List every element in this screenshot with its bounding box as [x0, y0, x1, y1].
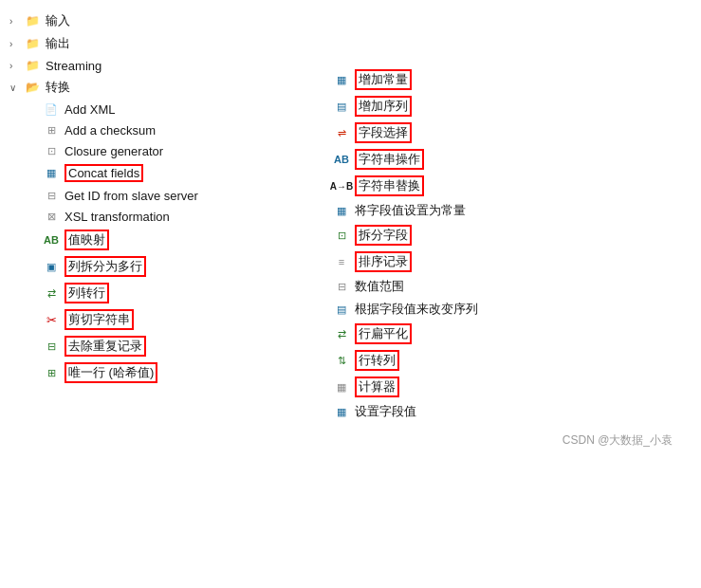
unique-icon: ⊞ [42, 365, 61, 380]
addseq-icon: ▤ [332, 99, 351, 114]
arrow-icon: › [9, 16, 23, 27]
right-calc[interactable]: ▦ 计算器 [332, 374, 692, 400]
folder-icon: 📁 [23, 13, 42, 28]
setconst-label[interactable]: 将字段值设置为常量 [355, 202, 466, 219]
tree-child-concat[interactable]: ▦ Concat fields [9, 161, 332, 185]
right-numrange[interactable]: ⊟ 数值范围 [332, 275, 692, 298]
addseq-label[interactable]: 增加序列 [355, 96, 412, 117]
splitfield-label[interactable]: 拆分字段 [355, 225, 412, 246]
fieldsel-icon: ⇌ [332, 125, 351, 140]
spacer [28, 341, 42, 352]
right-seqbyfield[interactable]: ▤ 根据字段值来改变序列 [332, 298, 692, 321]
setfield-label[interactable]: 设置字段值 [355, 403, 416, 420]
right-strrepl[interactable]: A→B 字符串替换 [332, 173, 692, 199]
getid-label[interactable]: Get ID from slave server [65, 189, 198, 203]
strops-icon: AB [332, 152, 351, 167]
xsl-label[interactable]: XSL transformation [65, 210, 170, 224]
tree-child-xsl[interactable]: ⊠ XSL transformation [9, 206, 332, 227]
right-addconst[interactable]: ▦ 增加常量 [332, 66, 692, 93]
valuemap-label[interactable]: 值映射 [65, 230, 109, 250]
xsl-icon: ⊠ [42, 209, 61, 224]
spacer [28, 104, 42, 115]
spacer [28, 368, 42, 378]
right-splitfield[interactable]: ⊡ 拆分字段 [332, 222, 692, 248]
flatten-icon: ⇄ [332, 326, 351, 341]
spacer [28, 315, 42, 325]
spacer [28, 191, 42, 201]
tree-item-input[interactable]: › 📁 输入 [9, 9, 332, 32]
spacer [28, 262, 42, 272]
checksum-icon: ⊞ [42, 122, 61, 138]
dedup-label[interactable]: 去除重复记录 [65, 336, 146, 357]
addconst-label[interactable]: 增加常量 [355, 69, 412, 90]
calc-label[interactable]: 计算器 [355, 377, 399, 397]
tree-child-valuemap[interactable]: AB 值映射 [9, 227, 332, 253]
right-setfield[interactable]: ▦ 设置字段值 [332, 400, 692, 423]
cutstr-icon: ✂ [42, 312, 61, 327]
spacer [28, 168, 42, 178]
right-strops[interactable]: AB 字符串操作 [332, 146, 692, 173]
spacer [28, 235, 42, 246]
tree-item-output[interactable]: › 📁 输出 [9, 32, 332, 55]
concat-label[interactable]: Concat fields [65, 164, 143, 182]
arrow-icon: › [9, 61, 23, 71]
right-sortrow[interactable]: ≡ 排序记录 [332, 248, 692, 275]
addconst-icon: ▦ [332, 72, 351, 87]
left-tree: › 📁 输入 › 📁 输出 › 📁 Streaming ∨ 📂 转换 📄 Add [9, 9, 332, 423]
right-row2col[interactable]: ⇅ 行转列 [332, 347, 692, 374]
strrepl-label[interactable]: 字符串替换 [355, 175, 424, 196]
tree-child-closure[interactable]: ⊡ Closure generator [9, 140, 332, 161]
tree-child-cutstr[interactable]: ✂ 剪切字符串 [9, 306, 332, 333]
tree-item-transform[interactable]: ∨ 📂 转换 [9, 76, 332, 99]
tree-child-splitrows[interactable]: ▣ 列拆分为多行 [9, 253, 332, 280]
cutstr-label[interactable]: 剪切字符串 [65, 309, 134, 330]
numrange-label[interactable]: 数值范围 [355, 278, 404, 295]
right-flatten[interactable]: ⇄ 行扁平化 [332, 321, 692, 347]
numrange-icon: ⊟ [332, 279, 351, 294]
getid-icon: ⊟ [42, 188, 61, 203]
valuemap-icon: AB [42, 232, 61, 248]
seqbyfield-icon: ▤ [332, 302, 351, 317]
strops-label[interactable]: 字符串操作 [355, 149, 424, 170]
folder-icon: 📁 [23, 58, 42, 73]
output-label[interactable]: 输出 [46, 35, 70, 52]
tree-child-checksum[interactable]: ⊞ Add a checksum [9, 119, 332, 140]
add-xml-label[interactable]: Add XML [65, 102, 115, 117]
tree-child-unique[interactable]: ⊞ 唯一行 (哈希值) [9, 359, 332, 386]
spacer [28, 125, 42, 136]
right-setconst[interactable]: ▦ 将字段值设置为常量 [332, 199, 692, 222]
dedup-icon: ⊟ [42, 339, 61, 354]
col2row-label[interactable]: 列转行 [65, 283, 109, 303]
row2col-label[interactable]: 行转列 [355, 350, 399, 371]
concat-icon: ▦ [42, 166, 61, 181]
setconst-icon: ▦ [332, 203, 351, 218]
watermark: CSDN @大数据_小袁 [9, 432, 692, 449]
splitrows-label[interactable]: 列拆分为多行 [65, 256, 146, 277]
spacer [28, 288, 42, 299]
flatten-label[interactable]: 行扁平化 [355, 323, 412, 344]
transform-label[interactable]: 转换 [46, 79, 70, 96]
splitfield-icon: ⊡ [332, 228, 351, 243]
folder-open-icon: 📂 [23, 80, 42, 95]
closure-label[interactable]: Closure generator [65, 144, 163, 158]
right-fieldsel[interactable]: ⇌ 字段选择 [332, 119, 692, 146]
tree-child-dedup[interactable]: ⊟ 去除重复记录 [9, 333, 332, 359]
sortrow-label[interactable]: 排序记录 [355, 251, 412, 272]
unique-label[interactable]: 唯一行 (哈希值) [65, 362, 157, 383]
tree-item-streaming[interactable]: › 📁 Streaming [9, 55, 332, 76]
spacer [28, 146, 42, 156]
streaming-label[interactable]: Streaming [46, 59, 101, 73]
seqbyfield-label[interactable]: 根据字段值来改变序列 [355, 301, 478, 318]
input-label[interactable]: 输入 [46, 12, 70, 29]
col2row-icon: ⇄ [42, 285, 61, 301]
tree-child-col2row[interactable]: ⇄ 列转行 [9, 280, 332, 306]
checksum-label[interactable]: Add a checksum [65, 123, 156, 138]
tree-child-add-xml[interactable]: 📄 Add XML [9, 99, 332, 119]
fieldsel-label[interactable]: 字段选择 [355, 122, 412, 143]
right-addseq[interactable]: ▤ 增加序列 [332, 93, 692, 119]
calc-icon: ▦ [332, 379, 351, 395]
row2col-icon: ⇅ [332, 353, 351, 368]
sortrow-icon: ≡ [332, 254, 351, 269]
setfield-icon: ▦ [332, 404, 351, 419]
tree-child-getid[interactable]: ⊟ Get ID from slave server [9, 185, 332, 206]
